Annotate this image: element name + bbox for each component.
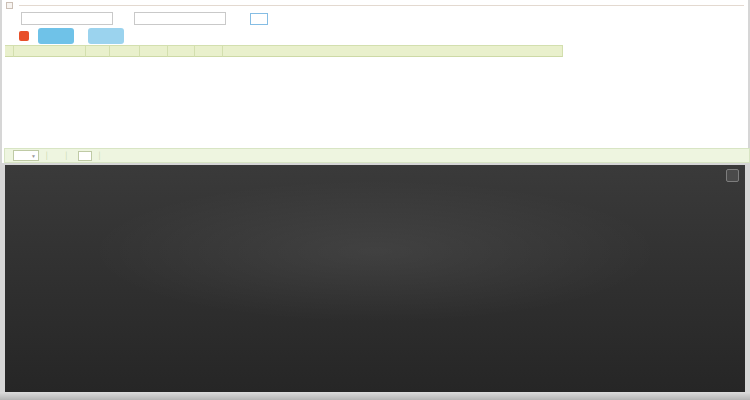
score-line-chart xyxy=(5,165,745,392)
grid-header-row xyxy=(5,45,563,57)
fieldset-divider xyxy=(19,5,744,6)
col-header-chinese[interactable] xyxy=(195,45,223,57)
col-header-school[interactable] xyxy=(14,45,86,57)
app-window: ▼ │ │ │ xyxy=(0,0,750,400)
query-button[interactable] xyxy=(38,28,74,44)
col-header-total[interactable] xyxy=(110,45,140,57)
header-filler xyxy=(223,45,563,57)
top-n-input[interactable] xyxy=(250,13,268,25)
collapse-icon[interactable] xyxy=(6,2,13,9)
col-header-class[interactable] xyxy=(86,45,110,57)
results-grid xyxy=(5,45,563,57)
school-select[interactable] xyxy=(21,12,113,25)
grid-pager: ▼ │ │ │ xyxy=(4,148,750,163)
col-header-wenzong[interactable] xyxy=(168,45,195,57)
stream-select[interactable] xyxy=(134,12,226,25)
per-page-select[interactable]: ▼ xyxy=(13,150,39,161)
include-zero-checkbox[interactable] xyxy=(19,31,29,41)
col-header-math[interactable] xyxy=(140,45,168,57)
window-bottom-edge xyxy=(0,392,750,400)
chart-menu-icon[interactable] xyxy=(726,169,739,182)
search-form-row-2 xyxy=(10,28,124,44)
row-number-header xyxy=(5,45,14,57)
search-form-row-1 xyxy=(18,12,274,25)
search-and-grid-panel: ▼ │ │ │ xyxy=(2,0,748,163)
chart-plot-area xyxy=(5,165,745,392)
page-number-input[interactable] xyxy=(78,151,92,161)
search-fieldset-header xyxy=(2,0,748,9)
chevron-down-icon: ▼ xyxy=(31,153,36,159)
export-button[interactable] xyxy=(88,28,124,44)
